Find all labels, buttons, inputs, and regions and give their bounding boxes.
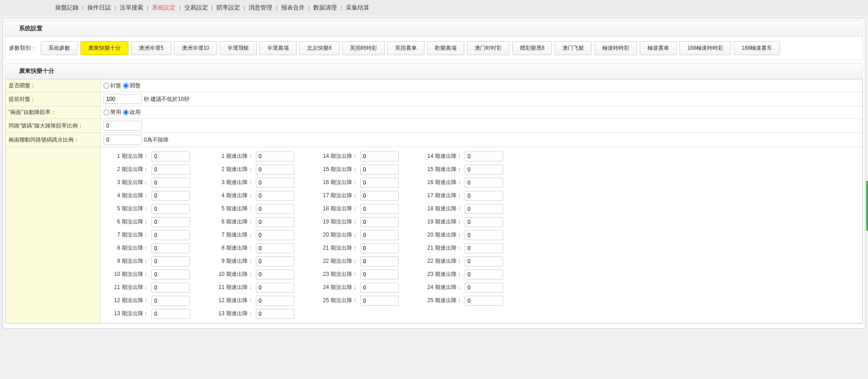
grid-input-0-9[interactable]: [151, 256, 190, 266]
grid-input-2-20[interactable]: [360, 230, 399, 240]
grid-row: 9 期連出降：: [208, 256, 294, 267]
grid-input-3-25[interactable]: [465, 296, 503, 306]
radio-2-0[interactable]: [104, 109, 109, 115]
grid-label: 25 期沒出降：: [312, 297, 358, 304]
menu-item-1[interactable]: 操作日誌: [86, 4, 112, 11]
grid-input-2-19[interactable]: [360, 217, 399, 227]
tab-16[interactable]: 168極速賽车: [734, 41, 780, 55]
input-4[interactable]: [104, 135, 142, 145]
grid-input-2-18[interactable]: [360, 204, 399, 214]
grid-input-1-5[interactable]: [256, 204, 294, 214]
grid-input-2-15[interactable]: [360, 165, 399, 175]
grid-input-2-21[interactable]: [360, 243, 399, 253]
grid-input-1-10[interactable]: [256, 270, 294, 280]
grid-row: 15 期連出降：: [417, 164, 503, 175]
tab-15[interactable]: 168極速時時彩: [679, 41, 731, 55]
grid-input-1-1[interactable]: [256, 152, 294, 161]
grid-input-1-7[interactable]: [256, 230, 294, 240]
grid-input-0-5[interactable]: [151, 204, 190, 214]
menu-item-0[interactable]: 操盤記錄: [54, 4, 80, 11]
grid-input-1-6[interactable]: [256, 217, 294, 227]
grid-input-0-12[interactable]: [151, 296, 190, 306]
tab-11[interactable]: 體彩樂透8: [512, 41, 552, 55]
menu-item-6[interactable]: 消息管理: [248, 4, 273, 11]
grid-input-2-23[interactable]: [360, 270, 399, 280]
grid-input-0-2[interactable]: [151, 165, 190, 175]
grid-input-0-7[interactable]: [151, 230, 190, 240]
grid-input-0-11[interactable]: [151, 283, 190, 293]
grid-input-1-3[interactable]: [256, 178, 294, 188]
radio-2-1[interactable]: [123, 109, 129, 115]
top-menu: 操盤記錄|操作日誌|注單搜索|系統設定|交易設定|賠率設定|消息管理|报表合并|…: [0, 0, 868, 15]
menu-item-2[interactable]: 注單搜索: [119, 4, 144, 11]
grid-input-3-17[interactable]: [465, 191, 503, 201]
grid-row: 19 期連出降：: [417, 216, 503, 227]
tab-2[interactable]: 澳洲幸運5: [131, 41, 171, 55]
grid-input-2-17[interactable]: [360, 191, 399, 201]
grid-input-3-21[interactable]: [465, 243, 503, 253]
grid-input-3-15[interactable]: [465, 165, 503, 175]
grid-input-0-4[interactable]: [151, 191, 190, 201]
grid-input-0-13[interactable]: [151, 309, 190, 319]
grid-row: 2 期沒出降：: [104, 164, 190, 175]
input-3[interactable]: [104, 121, 142, 131]
input-1[interactable]: [104, 94, 142, 104]
grid-row: 4 期沒出降：: [104, 190, 190, 201]
grid-input-3-19[interactable]: [465, 217, 503, 227]
radio-0-0[interactable]: [104, 83, 109, 89]
tab-0[interactable]: 系統參數: [41, 41, 78, 55]
grid-input-1-12[interactable]: [256, 296, 294, 306]
grid-label: 4 期沒出降：: [104, 192, 149, 199]
grid-label: 8 期連出降：: [208, 244, 253, 252]
tab-3[interactable]: 澳洲幸運10: [174, 41, 217, 55]
grid-input-3-18[interactable]: [465, 204, 503, 214]
grid-input-0-6[interactable]: [151, 217, 190, 227]
category-tabs: 參數類別：系統參數廣東快樂十分澳洲幸運5澳洲幸運10幸運飛艇幸運農場北京快樂8英…: [5, 37, 863, 60]
grid-input-1-11[interactable]: [256, 283, 294, 293]
tab-1[interactable]: 廣東快樂十分: [80, 41, 128, 55]
tab-7[interactable]: 英国時時彩: [342, 41, 385, 55]
grid-input-0-8[interactable]: [151, 243, 190, 253]
grid-row: 6 期沒出降：: [104, 216, 190, 227]
grid-input-0-1[interactable]: [151, 152, 190, 161]
tab-9[interactable]: 歡樂農場: [427, 41, 464, 55]
grid-input-1-4[interactable]: [256, 191, 294, 201]
grid-input-3-14[interactable]: [465, 152, 503, 161]
grid-input-2-14[interactable]: [360, 152, 399, 161]
grid-input-1-9[interactable]: [256, 256, 294, 266]
tab-12[interactable]: 澳门飞艇: [555, 41, 592, 55]
tab-14[interactable]: 極速賽車: [640, 41, 677, 55]
grid-row: 9 期沒出降：: [104, 256, 190, 267]
menu-item-4[interactable]: 交易設定: [184, 4, 209, 11]
grid-input-1-2[interactable]: [256, 165, 294, 175]
tab-8[interactable]: 英国賽車: [387, 41, 425, 55]
menu-item-3[interactable]: 系統設定: [151, 4, 176, 11]
tab-5[interactable]: 幸運農場: [259, 41, 297, 55]
grid-input-3-20[interactable]: [465, 230, 503, 240]
grid-input-2-24[interactable]: [360, 283, 399, 293]
menu-item-9[interactable]: 采集结算: [345, 4, 370, 11]
grid-input-2-16[interactable]: [360, 178, 399, 188]
radio-0-1[interactable]: [123, 83, 129, 89]
grid-input-0-10[interactable]: [151, 270, 190, 280]
grid-input-0-3[interactable]: [151, 178, 190, 188]
grid-row: 16 期沒出降：: [312, 177, 399, 188]
grid-input-1-13[interactable]: [256, 309, 294, 319]
grid-input-1-8[interactable]: [256, 243, 294, 253]
grid-input-3-23[interactable]: [465, 270, 503, 280]
tabs-label: 參數類別：: [9, 44, 38, 52]
grid-row: 11 期連出降：: [208, 282, 294, 293]
menu-item-7[interactable]: 报表合并: [280, 4, 306, 11]
grid-input-3-24[interactable]: [465, 283, 503, 293]
tab-6[interactable]: 北京快樂8: [299, 41, 340, 55]
tab-13[interactable]: 極速時時彩: [594, 41, 637, 55]
grid-input-3-22[interactable]: [465, 256, 503, 266]
grid-input-3-16[interactable]: [465, 178, 503, 188]
tab-10[interactable]: 澳门时时彩: [467, 41, 509, 55]
menu-item-8[interactable]: 数据清理: [312, 4, 338, 11]
menu-item-5[interactable]: 賠率設定: [216, 4, 241, 11]
grid-input-2-25[interactable]: [360, 296, 399, 306]
tab-4[interactable]: 幸運飛艇: [220, 41, 257, 55]
grid-input-2-22[interactable]: [360, 256, 399, 266]
menu-sep: |: [176, 4, 183, 11]
